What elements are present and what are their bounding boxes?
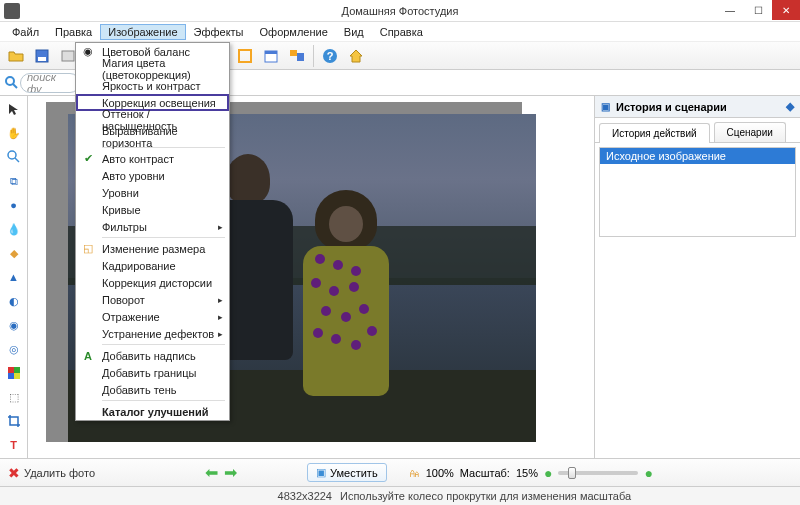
svg-rect-1: [38, 57, 46, 61]
menu-brightness[interactable]: Яркость и контраст: [76, 77, 229, 94]
panel-tabs: История действий Сценарии: [595, 118, 800, 143]
zoom-out-icon[interactable]: ●: [544, 465, 552, 481]
panel-title: История и сценарии: [616, 101, 727, 113]
zoom-in-icon[interactable]: ●: [644, 465, 652, 481]
collage-icon[interactable]: [285, 44, 309, 68]
toolbar-separator: [313, 45, 314, 67]
window-buttons: — ☐ ✕: [716, 0, 800, 20]
search-icon[interactable]: [4, 75, 20, 91]
menu-separator: [102, 344, 225, 345]
text-tool-icon[interactable]: T: [5, 436, 23, 454]
fit-label: Уместить: [330, 467, 378, 479]
slider-thumb[interactable]: [568, 467, 576, 479]
menu-auto-levels[interactable]: Авто уровни: [76, 167, 229, 184]
menu-auto-contrast[interactable]: ✔Авто контраст: [76, 150, 229, 167]
close-button[interactable]: ✕: [772, 0, 800, 20]
app-icon: [4, 3, 20, 19]
svg-line-17: [13, 84, 17, 88]
nav-arrows: ⬅ ➡: [205, 463, 237, 482]
menu-color-magic[interactable]: Магия цвета (цветокоррекция): [76, 60, 229, 77]
pointer-tool-icon[interactable]: [5, 100, 23, 118]
pin-icon[interactable]: ◆: [786, 100, 794, 113]
menu-filters[interactable]: Фильтры: [76, 218, 229, 235]
search-placeholder: поиск фу: [27, 73, 73, 93]
status-bar: 4832x3224 Используйте колесо прокрутки д…: [0, 486, 800, 505]
sharpen-icon[interactable]: ▲: [5, 268, 23, 286]
delete-label: Удалить фото: [24, 467, 95, 479]
menu-separator: [102, 400, 225, 401]
menu-view[interactable]: Вид: [336, 24, 372, 40]
svg-point-16: [6, 77, 14, 85]
redeye-icon[interactable]: ◎: [5, 340, 23, 358]
right-panel: ▣ История и сценарии ◆ История действий …: [594, 96, 800, 458]
search-input[interactable]: поиск фу: [20, 73, 80, 93]
zoom-100-label: 100%: [426, 467, 454, 479]
delete-icon: ✖: [8, 465, 20, 481]
resize-icon: ◱: [81, 242, 95, 256]
blur-icon[interactable]: ◆: [5, 244, 23, 262]
droplet-icon[interactable]: 💧: [5, 220, 23, 238]
svg-point-18: [8, 151, 16, 159]
menu-add-text[interactable]: AДобавить надпись: [76, 347, 229, 364]
menu-levels[interactable]: Уровни: [76, 184, 229, 201]
menu-decor[interactable]: Оформление: [252, 24, 336, 40]
stamp-icon[interactable]: ⬚: [5, 388, 23, 406]
minimize-button[interactable]: —: [716, 0, 744, 20]
status-hint: Используйте колесо прокрутки для изменен…: [340, 490, 800, 502]
zoom-tool-icon[interactable]: [5, 148, 23, 166]
menu-add-shadow[interactable]: Добавить тень: [76, 381, 229, 398]
panel-icon: ▣: [601, 101, 610, 112]
menu-edit[interactable]: Правка: [47, 24, 100, 40]
delete-photo-button[interactable]: ✖ Удалить фото: [8, 465, 95, 481]
prev-arrow-icon[interactable]: ⬅: [205, 463, 218, 482]
menu-distortion[interactable]: Коррекция дисторсии: [76, 274, 229, 291]
save-icon[interactable]: [30, 44, 54, 68]
zoom-100-icon[interactable]: 🗛: [409, 467, 420, 479]
menu-rotate[interactable]: Поворот: [76, 291, 229, 308]
menu-defects[interactable]: Устранение дефектов: [76, 325, 229, 342]
menu-crop[interactable]: Кадрирование: [76, 257, 229, 274]
side-toolbar: ✋ ⧉ ● 💧 ◆ ▲ ◐ ◉ ◎ ⬚ T: [0, 96, 28, 458]
menu-image[interactable]: Изображение: [100, 24, 185, 40]
calendar-icon[interactable]: [259, 44, 283, 68]
menu-horizon[interactable]: Выравнивание горизонта: [76, 128, 229, 145]
menu-add-border[interactable]: Добавить границы: [76, 364, 229, 381]
menu-help[interactable]: Справка: [372, 24, 431, 40]
home-icon[interactable]: [344, 44, 368, 68]
menu-catalog[interactable]: Каталог улучшений: [76, 403, 229, 420]
menu-bar: Файл Правка Изображение Эффекты Оформлен…: [0, 22, 800, 42]
svg-rect-2: [62, 51, 74, 61]
menu-reflect[interactable]: Отражение: [76, 308, 229, 325]
fit-button[interactable]: ▣ Уместить: [307, 463, 387, 482]
open-icon[interactable]: [4, 44, 28, 68]
bottom-toolbar: ✖ Удалить фото ⬅ ➡ ▣ Уместить 🗛 100% Мас…: [0, 458, 800, 486]
color-icon[interactable]: [5, 364, 23, 382]
help-icon[interactable]: ?: [318, 44, 342, 68]
svg-rect-11: [265, 51, 277, 54]
menu-curves[interactable]: Кривые: [76, 201, 229, 218]
svg-rect-12: [290, 50, 297, 56]
clone-icon[interactable]: ◉: [5, 316, 23, 334]
svg-rect-22: [8, 373, 14, 379]
scale-label: Масштаб:: [460, 467, 510, 479]
circles-icon: ◉: [81, 45, 95, 59]
history-item[interactable]: Исходное изображение: [600, 148, 795, 164]
check-icon: ✔: [81, 152, 95, 166]
zoom-slider[interactable]: [558, 471, 638, 475]
brush-icon[interactable]: ●: [5, 196, 23, 214]
svg-rect-23: [14, 373, 20, 379]
image-menu-dropdown: ◉Цветовой баланс Магия цвета (цветокорре…: [75, 42, 230, 421]
hand-tool-icon[interactable]: ✋: [5, 124, 23, 142]
menu-file[interactable]: Файл: [4, 24, 47, 40]
crop-icon[interactable]: [5, 412, 23, 430]
maximize-button[interactable]: ☐: [744, 0, 772, 20]
eyedropper-icon[interactable]: ⧉: [5, 172, 23, 190]
tab-scenarios[interactable]: Сценарии: [714, 122, 786, 142]
menu-resize[interactable]: ◱Изменение размера: [76, 240, 229, 257]
menu-effects[interactable]: Эффекты: [186, 24, 252, 40]
tab-history[interactable]: История действий: [599, 123, 710, 143]
next-arrow-icon[interactable]: ➡: [224, 463, 237, 482]
frame-icon[interactable]: [233, 44, 257, 68]
gradient-icon[interactable]: ◐: [5, 292, 23, 310]
svg-line-19: [15, 158, 19, 162]
